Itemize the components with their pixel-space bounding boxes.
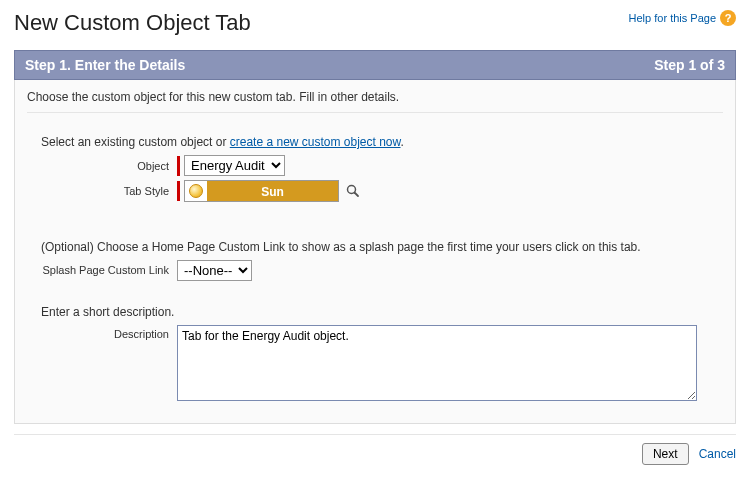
required-indicator (177, 156, 180, 176)
required-indicator (177, 181, 180, 201)
help-icon: ? (720, 10, 736, 26)
description-section-prompt: Enter a short description. (41, 305, 723, 319)
svg-line-1 (355, 193, 359, 197)
object-field-label: Object (27, 160, 177, 172)
cancel-link[interactable]: Cancel (699, 447, 736, 461)
splash-link-field-label: Splash Page Custom Link (27, 264, 177, 277)
details-panel: Choose the custom object for this new cu… (14, 80, 736, 424)
tab-style-lookup-icon[interactable] (345, 183, 361, 199)
object-section-prompt: Select an existing custom object or crea… (41, 135, 723, 149)
create-custom-object-link[interactable]: create a new custom object now (230, 135, 401, 149)
step-title: Step 1. Enter the Details (25, 57, 185, 73)
next-button[interactable]: Next (642, 443, 689, 465)
tab-style-value: Sun (207, 181, 338, 201)
help-link-label: Help for this Page (629, 12, 716, 24)
help-for-page-link[interactable]: Help for this Page ? (629, 10, 736, 26)
tab-style-display[interactable]: Sun (184, 180, 339, 202)
object-prompt-suffix: . (401, 135, 404, 149)
splash-link-select[interactable]: --None-- (177, 260, 252, 281)
wizard-footer: Next Cancel (14, 434, 736, 465)
step-progress: Step 1 of 3 (654, 57, 725, 73)
description-field-label: Description (27, 325, 177, 340)
tab-style-field-label: Tab Style (27, 185, 177, 197)
step-header-bar: Step 1. Enter the Details Step 1 of 3 (14, 50, 736, 80)
object-select[interactable]: Energy Audit (184, 155, 285, 176)
object-prompt-prefix: Select an existing custom object or (41, 135, 230, 149)
splash-section-prompt: (Optional) Choose a Home Page Custom Lin… (41, 240, 723, 254)
panel-instruction: Choose the custom object for this new cu… (27, 90, 723, 104)
page-title: New Custom Object Tab (14, 10, 251, 36)
description-textarea[interactable]: Tab for the Energy Audit object. (177, 325, 697, 401)
sun-icon (185, 180, 207, 202)
